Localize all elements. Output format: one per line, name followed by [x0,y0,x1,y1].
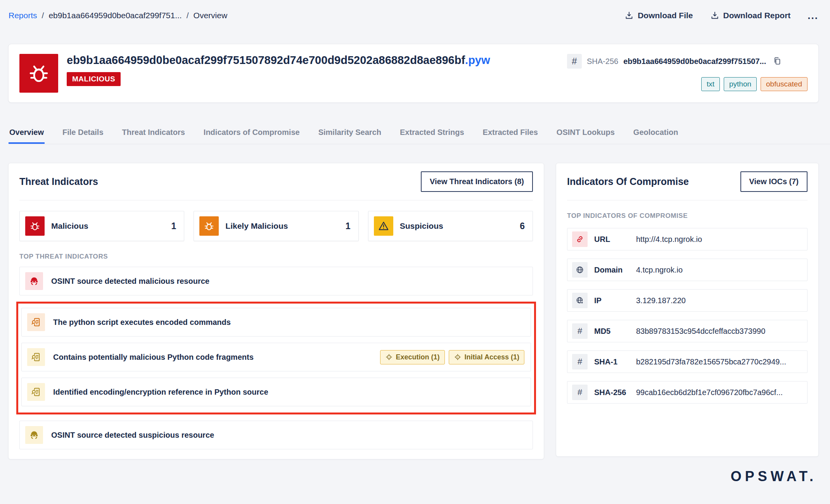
ioc-value: 3.129.187.220 [636,296,686,305]
file-name-extension: .pyw [465,54,490,66]
download-icon [710,11,719,20]
file-name: eb9b1aa664959d0be0acaf299f751507892d74e7… [67,54,567,67]
target-icon [454,353,462,361]
tab-osint-lookups[interactable]: OSINT Lookups [556,125,616,144]
ioc-type: SHA-1 [594,357,636,366]
link-icon [572,231,588,247]
counter-suspicious-label: Suspicious [400,221,443,231]
threat-indicator-row[interactable]: Identified encoding/encryption reference… [21,378,531,406]
ioc-row-ip[interactable]: IP 3.129.187.220 [567,289,808,312]
severity-counters: Malicious 1 Likely Malicious 1 Suspiciou… [19,211,533,241]
breadcrumb-link-reports[interactable]: Reports [9,11,37,20]
ioc-value: 4.tcp.ngrok.io [636,266,683,274]
ioc-row-md5[interactable]: # MD5 83b89783153c954dccfeffaccb373990 [567,320,808,342]
opswat-logo: OPSWAT. [731,468,817,485]
file-main: eb9b1aa664959d0be0acaf299f751507892d74e7… [67,54,567,93]
counter-malicious-label: Malicious [51,221,88,231]
mitre-badge-label: Initial Access (1) [465,353,519,361]
counter-malicious-count: 1 [171,221,176,231]
iocs-header: Indicators Of Compromise View IOCs (7) [567,163,808,200]
ioc-row-domain[interactable]: Domain 4.tcp.ngrok.io [567,259,808,281]
osint-robber-icon [25,272,43,290]
tab-similarity-search[interactable]: Similarity Search [318,125,382,144]
ioc-row-sha256[interactable]: # SHA-256 99cab16ecb6d2bf1e7cf096720fbc7… [567,381,808,404]
file-tags: txt python obfuscated [701,77,808,91]
file-summary-card: eb9b1aa664959d0be0acaf299f751507892d74e7… [8,44,819,103]
threat-indicators-header: Threat Indicators View Threat Indicators… [19,163,533,200]
threat-indicator-text: OSINT source detected malicious resource [51,277,209,286]
mitre-badge-label: Execution (1) [396,353,440,361]
view-iocs-button[interactable]: View IOCs (7) [740,171,808,192]
breadcrumb-file-segment: eb9b1aa664959d0be0acaf299f751... [48,11,182,20]
tab-indicators-of-compromise[interactable]: Indicators of Compromise [203,125,301,144]
tab-threat-indicators[interactable]: Threat Indicators [121,125,186,144]
ioc-type: URL [594,235,636,244]
tab-file-details[interactable]: File Details [62,125,104,144]
top-bar: Reports / eb9b1aa664959d0be0acaf299f751.… [9,8,818,23]
tag-txt: txt [701,77,720,91]
counter-likely-malicious-label: Likely Malicious [225,221,288,231]
iocs-card: Indicators Of Compromise View IOCs (7) T… [556,163,819,457]
ioc-type: SHA-256 [594,388,636,397]
bug-icon [199,216,219,236]
breadcrumb-page-segment: Overview [194,11,228,20]
threat-indicator-text: The python script executes encoded comma… [53,318,231,327]
globe-icon [572,262,588,278]
iocs-title: Indicators Of Compromise [567,176,689,187]
bug-icon [25,216,45,236]
threat-indicators-title: Threat Indicators [19,176,98,187]
download-report-label: Download Report [723,11,791,20]
tab-overview[interactable]: Overview [9,125,45,144]
sha256-row: # SHA-256 eb9b1aa664959d0be0acaf299f7515… [567,54,808,69]
malware-bug-icon [19,54,58,93]
tag-obfuscated: obfuscated [761,77,808,91]
mitre-badge-initial-access: Initial Access (1) [449,350,524,364]
download-report-button[interactable]: Download Report [710,11,791,20]
mitre-badge-execution: Execution (1) [380,350,445,364]
threat-indicators-card: Threat Indicators View Threat Indicators… [8,163,544,459]
copy-icon[interactable] [773,56,782,67]
threat-indicator-row[interactable]: Contains potentially malicious Python co… [21,343,531,371]
tab-extracted-files[interactable]: Extracted Files [482,125,539,144]
download-file-label: Download File [638,11,693,20]
hash-icon: # [572,385,588,400]
counter-likely-malicious: Likely Malicious 1 [194,211,358,241]
tab-geolocation[interactable]: Geolocation [633,125,679,144]
mitre-badges: Execution (1) Initial Access (1) [380,350,524,364]
top-iocs-label: TOP INDICATORS OF COMPROMISE [567,212,808,220]
warning-triangle-icon [374,216,393,236]
file-name-base: eb9b1aa664959d0be0acaf299f751507892d74e7… [67,54,465,66]
threat-indicator-row[interactable]: OSINT source detected malicious resource [19,267,533,295]
ioc-value: http://4.tcp.ngrok.io [636,235,702,244]
ioc-row-url[interactable]: URL http://4.tcp.ngrok.io [567,228,808,250]
tab-extracted-strings[interactable]: Extracted Strings [399,125,465,144]
threat-indicator-text: OSINT source detected suspicious resourc… [51,431,214,440]
threat-indicator-text: Identified encoding/encryption reference… [53,388,268,397]
tag-python: python [724,77,757,91]
threat-indicator-text: Contains potentially malicious Python co… [53,353,254,362]
target-icon [385,353,393,361]
document-search-icon [27,383,45,401]
breadcrumb: Reports / eb9b1aa664959d0be0acaf299f751.… [9,11,227,20]
ioc-type: Domain [594,266,636,274]
ioc-row-sha1[interactable]: # SHA-1 b282195d73fa782e156575bca2770c29… [567,350,808,373]
ioc-value: 99cab16ecb6d2bf1e7cf096720fbc7a96cf... [636,388,783,397]
download-file-button[interactable]: Download File [624,11,693,20]
sha256-label: SHA-256 [587,57,618,66]
more-options-button[interactable]: ... [808,14,818,17]
highlight-box: The python script executes encoded comma… [16,302,536,414]
download-icon [624,11,634,20]
counter-likely-malicious-count: 1 [346,221,351,231]
hash-icon: # [572,354,588,369]
hash-icon: # [567,54,582,69]
hash-icon: # [572,323,588,339]
ioc-value: b282195d73fa782e156575bca2770c2949... [636,357,786,366]
verdict-badge: MALICIOUS [67,72,121,86]
document-search-icon [27,313,45,331]
view-threat-indicators-button[interactable]: View Threat Indicators (8) [421,171,533,192]
counter-malicious: Malicious 1 [19,211,184,241]
threat-indicator-row[interactable]: The python script executes encoded comma… [21,308,531,337]
toolbar-actions: Download File Download Report ... [624,11,818,20]
file-hash-panel: # SHA-256 eb9b1aa664959d0be0acaf299f7515… [567,54,808,93]
threat-indicator-row[interactable]: OSINT source detected suspicious resourc… [19,421,533,449]
